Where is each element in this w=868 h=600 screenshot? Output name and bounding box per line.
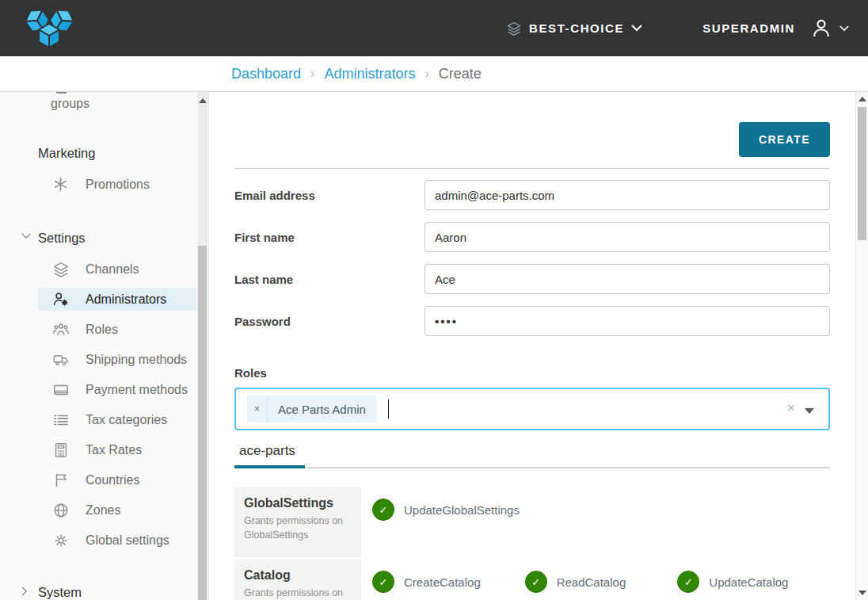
- permission-group-title: Catalog: [244, 568, 352, 583]
- user-name: SUPERADMIN: [702, 21, 795, 35]
- page-scrollbar-thumb[interactable]: [858, 107, 866, 240]
- calculator-icon: [52, 441, 70, 459]
- permission-group-description: Grants permissions on GlobalSettings: [244, 514, 352, 542]
- clipped-icon-fragment: [56, 92, 67, 94]
- chevron-down-icon: [21, 233, 31, 239]
- user-gear-icon: [52, 291, 70, 308]
- last-name-label: Last name: [234, 273, 424, 286]
- scrollbar-up-arrow[interactable]: [858, 97, 866, 101]
- channel-switcher[interactable]: BEST-CHOICE: [506, 21, 642, 36]
- sidebar-item-payment-methods[interactable]: Payment methods: [38, 378, 196, 401]
- user-menu[interactable]: SUPERADMIN: [702, 17, 849, 40]
- list-icon: [52, 411, 70, 429]
- breadcrumb-administrators[interactable]: Administrators: [324, 66, 415, 82]
- sidebar-section-system[interactable]: System: [38, 583, 196, 600]
- layers-icon: [52, 261, 70, 278]
- asterisk-icon: [52, 176, 69, 193]
- first-name-field-row: First name: [234, 222, 830, 252]
- password-field[interactable]: [424, 306, 830, 336]
- first-name-field[interactable]: [424, 222, 830, 252]
- table-row: Catalog Grants permissions on Products, …: [234, 560, 830, 600]
- globe-icon: [52, 502, 70, 519]
- permission-label: ReadCatalog: [557, 575, 626, 589]
- password-field-row: Password: [234, 306, 830, 336]
- scrollbar-down-arrow[interactable]: [858, 590, 866, 595]
- chevron-down-icon: [839, 25, 849, 32]
- permission-item: ✓ UpdateCatalog: [677, 571, 830, 593]
- sidebar-item-countries[interactable]: Countries: [38, 468, 196, 491]
- sidebar-scrollbar-thumb[interactable]: [198, 246, 207, 600]
- permission-label: UpdateGlobalSettings: [404, 503, 520, 517]
- sidebar-item-shipping-methods[interactable]: Shipping methods: [38, 348, 196, 371]
- vendure-logo[interactable]: [21, 4, 82, 53]
- caret-down-icon[interactable]: [805, 408, 814, 414]
- credit-card-icon: [52, 381, 70, 399]
- page-scrollbar[interactable]: [855, 92, 868, 600]
- create-button[interactable]: CREATE: [739, 122, 830, 157]
- chevron-right-icon: [21, 587, 28, 596]
- scrollbar-up-arrow[interactable]: [199, 98, 207, 103]
- create-administrator-form: CREATE Email address First name Last nam…: [209, 92, 855, 600]
- channel-name: BEST-CHOICE: [529, 21, 624, 35]
- sidebar-item-zones[interactable]: Zones: [38, 499, 196, 522]
- chevron-down-icon: [631, 25, 642, 32]
- text-cursor: [388, 399, 389, 418]
- sidebar-item-roles[interactable]: Roles: [38, 318, 196, 341]
- flag-icon: [52, 472, 70, 489]
- permissions-tabbar: ace-parts: [234, 441, 830, 468]
- sidebar-section-marketing: Marketing: [38, 144, 196, 162]
- breadcrumb: Dashboard › Administrators › Create: [231, 66, 482, 82]
- tab-ace-parts[interactable]: ace-parts: [234, 441, 305, 467]
- layers-icon: [506, 21, 522, 36]
- sidebar-item-global-settings[interactable]: Global settings: [38, 529, 196, 552]
- top-bar: BEST-CHOICE SUPERADMIN: [0, 0, 868, 56]
- users-icon: [52, 321, 70, 338]
- last-name-field[interactable]: [424, 264, 830, 294]
- breadcrumb-dashboard[interactable]: Dashboard: [231, 66, 301, 82]
- permissions-table: GlobalSettings Grants permissions on Glo…: [234, 487, 830, 600]
- permission-group-title: GlobalSettings: [244, 496, 352, 510]
- email-field-row: Email address: [234, 180, 830, 210]
- truck-icon: [52, 351, 70, 369]
- breadcrumb-separator: ›: [424, 67, 428, 81]
- table-row: GlobalSettings Grants permissions on Glo…: [234, 487, 830, 557]
- permission-item: ✓ ReadCatalog: [525, 571, 678, 593]
- sidebar-section-settings[interactable]: Settings: [38, 229, 196, 246]
- permission-label: UpdateCatalog: [709, 575, 788, 589]
- sidebar-item-administrators[interactable]: Administrators: [38, 288, 196, 311]
- sidebar-item-tax-rates[interactable]: Tax Rates: [38, 438, 196, 461]
- breadcrumb-bar: Dashboard › Administrators › Create: [0, 56, 868, 92]
- password-label: Password: [234, 315, 424, 328]
- permission-group-description: Grants permissions on Products, Facets: [244, 586, 352, 600]
- roles-label: Roles: [234, 366, 830, 380]
- email-label: Email address: [234, 189, 424, 202]
- chip-remove-button[interactable]: ×: [247, 396, 268, 422]
- checked-toggle-icon[interactable]: ✓: [525, 571, 547, 593]
- breadcrumb-current: Create: [439, 66, 482, 82]
- user-icon: [809, 17, 833, 40]
- permission-label: CreateCatalog: [404, 575, 481, 589]
- sidebar: groups Marketing Promotions Settings: [0, 92, 209, 600]
- checked-toggle-icon[interactable]: ✓: [372, 571, 394, 593]
- divider: [234, 168, 830, 169]
- sidebar-item-channels[interactable]: Channels: [38, 258, 196, 281]
- role-chip: × Ace Parts Admin: [247, 396, 376, 422]
- sidebar-scrollbar[interactable]: [197, 92, 207, 600]
- sidebar-item-promotions[interactable]: Promotions: [38, 173, 196, 196]
- gear-icon: [52, 532, 70, 549]
- email-field[interactable]: [424, 180, 830, 210]
- role-chip-label: Ace Parts Admin: [268, 396, 376, 422]
- last-name-field-row: Last name: [234, 264, 830, 294]
- permission-item: ✓ CreateCatalog: [372, 571, 525, 593]
- permission-item: ✓ UpdateGlobalSettings: [372, 499, 525, 521]
- sidebar-item-tax-categories[interactable]: Tax categories: [38, 408, 196, 431]
- breadcrumb-separator: ›: [310, 67, 314, 81]
- checked-toggle-icon[interactable]: ✓: [677, 571, 699, 593]
- sidebar-item-customer-groups-clipped[interactable]: groups: [38, 97, 196, 111]
- first-name-label: First name: [234, 231, 424, 244]
- clear-icon[interactable]: ×: [787, 400, 795, 416]
- checked-toggle-icon[interactable]: ✓: [372, 499, 394, 521]
- roles-multiselect[interactable]: × Ace Parts Admin ×: [234, 388, 830, 430]
